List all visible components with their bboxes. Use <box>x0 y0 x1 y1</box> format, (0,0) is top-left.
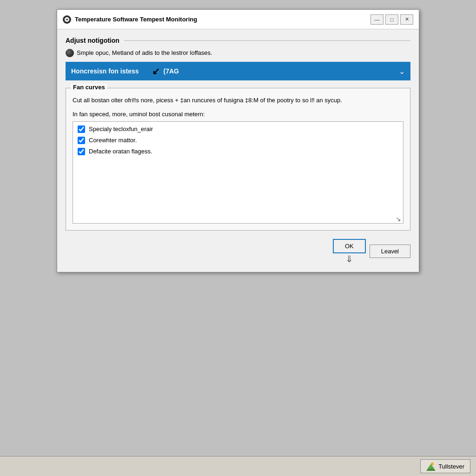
checkbox-label-2: Corewhter mattor. <box>89 137 137 144</box>
checkbox-item-3: Defacite oratan flagess. <box>78 148 398 155</box>
checkbox-3[interactable] <box>78 148 85 155</box>
dropdown-selector[interactable]: Honcresisn fon istess ↙ (7AG ⌄ <box>66 62 410 80</box>
checkbox-item-2: Corewhter mattor. <box>78 137 398 144</box>
app-icon <box>63 15 71 24</box>
chevron-down-icon: ⌄ <box>399 67 405 76</box>
main-window: Temperature Software Tempest Monitoring … <box>57 9 419 272</box>
dropdown-value: (7AG <box>164 67 179 75</box>
globe-icon <box>66 49 74 57</box>
taskbar: Tullstever <box>0 456 476 476</box>
window-title: Temperature Software Tempest Monitoring <box>75 16 197 23</box>
taskbar-button[interactable]: Tullstever <box>420 459 470 473</box>
checkbox-list: Specialy tecloxfun_erair Corewhter matto… <box>73 121 403 224</box>
sun-dot <box>431 463 434 465</box>
ok-wrapper: OK ⇓ <box>333 239 366 264</box>
adjust-section-header: Adjust notigotion <box>66 37 410 44</box>
title-bar: Temperature Software Tempest Monitoring … <box>57 10 419 29</box>
checkbox-label-1: Specialy tecloxfun_erair <box>89 126 153 132</box>
title-controls: — □ ✕ <box>370 14 413 25</box>
arrow-indicator: ↙ <box>152 66 160 77</box>
checkbox-2[interactable] <box>78 137 85 144</box>
window-body: Adjust notigotion Smple opuс, Metland of… <box>57 29 419 272</box>
taskbar-button-label: Tullstever <box>438 463 464 470</box>
dropdown-label: Honcresisn fon istess <box>71 67 139 75</box>
checkbox-1[interactable] <box>78 126 85 133</box>
close-button[interactable]: ✕ <box>400 14 413 25</box>
checkbox-label-3: Defacite oratan flagess. <box>89 148 152 155</box>
ok-button[interactable]: OK <box>333 239 366 253</box>
down-arrow-icon: ⇓ <box>345 254 353 264</box>
globe-row: Smple opuс, Metland of adis to the lestr… <box>66 49 410 57</box>
fan-curves-description: Cut all bostan olter ofri‼s nore, picess… <box>73 96 403 105</box>
mountain-icon <box>426 462 436 471</box>
desktop: Temperature Software Tempest Monitoring … <box>0 9 476 476</box>
dropdown-content: Honcresisn fon istess ↙ (7AG <box>71 66 179 77</box>
fan-curves-group: Fan curves Cut all bostan olter ofri‼s n… <box>66 88 410 231</box>
fan-sub-label: In fan speced, more, uminol bost cusonal… <box>73 111 403 118</box>
cancel-button[interactable]: Leavel <box>370 245 410 258</box>
checkbox-item-1: Specialy tecloxfun_erair <box>78 126 398 133</box>
adjust-section-title: Adjust notigotion <box>66 37 119 44</box>
title-bar-left: Temperature Software Tempest Monitoring <box>63 15 197 24</box>
resize-handle[interactable]: ↘ <box>396 216 401 221</box>
separator-line <box>124 40 410 41</box>
maximize-button[interactable]: □ <box>385 14 398 25</box>
minimize-button[interactable]: — <box>370 14 383 25</box>
adjust-description: Smple opuс, Metland of adis to the lestr… <box>77 49 212 57</box>
buttons-row: OK ⇓ Leavel <box>66 239 410 264</box>
fan-curves-title: Fan curves <box>71 84 107 91</box>
